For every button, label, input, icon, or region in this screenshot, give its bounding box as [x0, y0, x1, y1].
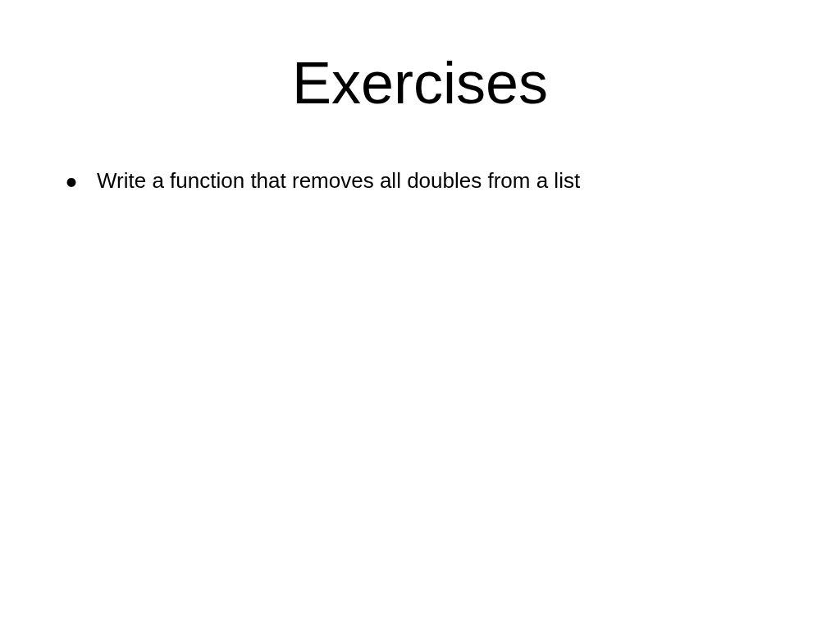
slide-title: Exercises: [49, 49, 791, 116]
bullet-icon: •: [66, 172, 77, 192]
bullet-text: Write a function that removes all double…: [97, 166, 791, 195]
slide-container: Exercises • Write a function that remove…: [0, 0, 840, 630]
bullet-list: • Write a function that removes all doub…: [49, 166, 791, 195]
list-item: • Write a function that removes all doub…: [66, 166, 791, 195]
